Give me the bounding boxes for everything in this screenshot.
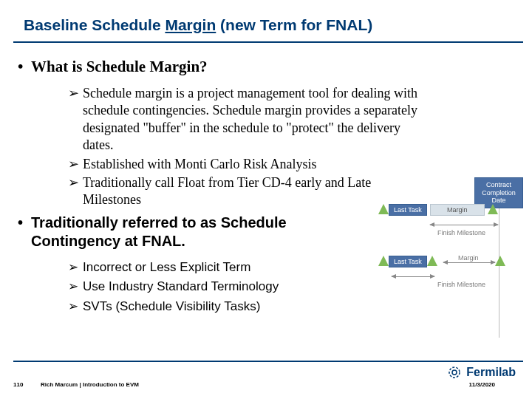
diagram-row: Last Task Margin Finish Milestone — [386, 251, 526, 296]
finish-milestone-label: Finish Milestone — [437, 229, 485, 236]
footer-date: 11/3/2020 — [468, 381, 495, 388]
brand-footer: Fermilab — [447, 365, 516, 380]
footer-divider — [13, 361, 523, 362]
milestone-icon — [495, 256, 505, 266]
list-item-text: Established with Monti Carlo Risk Analys… — [83, 156, 423, 173]
list-item-text: SVTs (Schedule Visibility Tasks) — [83, 297, 364, 316]
section1-list: ➢ Schedule margin is a project managemen… — [68, 85, 423, 209]
margin-diagram: Contract Completion Date Last Task Margi… — [386, 200, 526, 303]
arrow-double — [443, 262, 495, 263]
section1-heading: •What is Schedule Margin? — [31, 58, 532, 76]
bullet-icon: • — [18, 58, 31, 76]
fermilab-logo-icon — [447, 365, 462, 380]
slide-number: 110 — [13, 381, 23, 388]
list-item: ➢ Use Industry Standard Terminology — [68, 277, 364, 296]
list-item-text: Schedule margin is a project management … — [83, 85, 423, 154]
list-item-text: Incorrect or Less Explicit Term — [83, 258, 364, 277]
title-post: (new Term for FNAL) — [216, 16, 372, 33]
list-item: ➢ Schedule margin is a project managemen… — [68, 85, 423, 154]
title-underlined: Margin — [165, 16, 216, 33]
section2-list: ➢ Incorrect or Less Explicit Term ➢ Use … — [68, 258, 364, 316]
section2-heading: •Traditionally referred to as Schedule C… — [31, 214, 327, 250]
margin-box: Margin — [430, 204, 485, 216]
chevron-icon: ➢ — [68, 277, 83, 296]
brand-name: Fermilab — [466, 366, 516, 379]
list-item: ➢ Traditionally call Float from Tier CD-… — [68, 174, 423, 209]
slide-title: Baseline Schedule Margin (new Term for F… — [0, 0, 532, 41]
chevron-icon: ➢ — [68, 258, 83, 277]
list-item-text: Use Industry Standard Terminology — [83, 277, 364, 296]
list-item: ➢ Incorrect or Less Explicit Term — [68, 258, 364, 277]
section2-heading-text: Traditionally referred to as Schedule Co… — [31, 214, 287, 249]
svg-point-1 — [449, 367, 460, 378]
list-item: ➢ Established with Monti Carlo Risk Anal… — [68, 156, 423, 173]
margin-label: Margin — [458, 254, 479, 262]
last-task-box: Last Task — [389, 204, 427, 216]
last-task-box: Last Task — [389, 256, 427, 267]
milestone-icon — [378, 256, 389, 266]
finish-milestone-label: Finish Milestone — [437, 281, 485, 288]
section1-heading-text: What is Schedule Margin? — [31, 58, 208, 75]
title-pre: Baseline Schedule — [24, 16, 165, 33]
arrow-double — [430, 225, 498, 225]
milestone-icon — [427, 256, 437, 266]
svg-point-0 — [452, 370, 457, 375]
diagram-row: Last Task Margin Finish Milestone — [386, 200, 526, 244]
footer-author: Rich Marcum | Introduction to EVM — [41, 381, 139, 388]
list-item: ➢ SVTs (Schedule Visibility Tasks) — [68, 297, 364, 316]
bullet-icon: • — [18, 214, 31, 232]
milestone-icon — [378, 204, 389, 214]
chevron-icon: ➢ — [68, 85, 83, 154]
list-item-text: Traditionally call Float from Tier CD-4 … — [83, 174, 423, 209]
milestone-icon — [488, 204, 498, 214]
chevron-icon: ➢ — [68, 297, 83, 316]
arrow-double — [392, 276, 434, 277]
chevron-icon: ➢ — [68, 156, 83, 173]
slide: Baseline Schedule Margin (new Term for F… — [0, 0, 532, 399]
chevron-icon: ➢ — [68, 174, 83, 209]
